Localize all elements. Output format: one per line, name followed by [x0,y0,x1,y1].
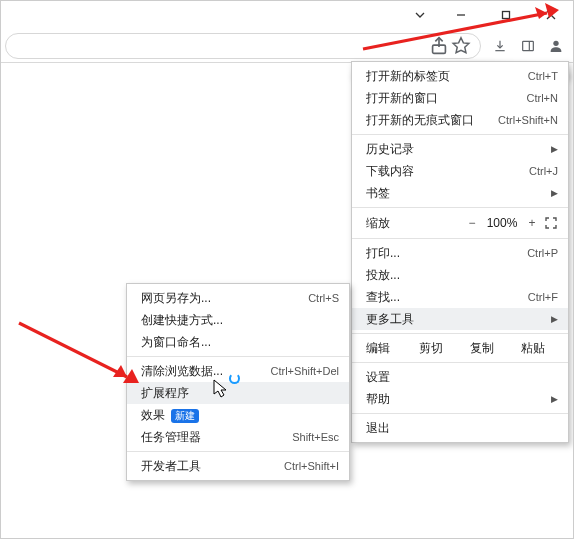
zoom-value: 100% [482,216,522,230]
menu-history[interactable]: 历史记录 ▶ [352,138,568,160]
menu-item-label: 任务管理器 [141,429,292,446]
chevron-right-icon: ▶ [551,394,558,404]
menu-item-label: 打开新的窗口 [366,90,527,107]
menu-new-incognito[interactable]: 打开新的无痕式窗口 Ctrl+Shift+N [352,109,568,131]
svg-point-3 [553,40,558,45]
menu-item-label: 下载内容 [366,163,529,180]
zoom-out-button[interactable]: − [462,216,482,230]
svg-rect-0 [502,12,509,19]
menu-more-tools[interactable]: 更多工具 ▶ [352,308,568,330]
menu-item-label: 退出 [366,420,558,437]
menu-item-label: 打开新的标签页 [366,68,528,85]
menu-item-label: 帮助 [366,391,547,408]
fullscreen-icon[interactable] [542,217,560,229]
menu-item-label: 设置 [366,369,558,386]
edit-label: 编辑 [366,340,406,357]
menu-settings[interactable]: 设置 [352,366,568,388]
menu-new-window[interactable]: 打开新的窗口 Ctrl+N [352,87,568,109]
menu-exit[interactable]: 退出 [352,417,568,439]
menu-separator [127,451,349,452]
menu-edit-row: 编辑 剪切 复制 粘贴 [352,337,568,359]
tab-dropdown-button[interactable] [402,1,438,29]
bookmark-star-icon[interactable] [450,35,472,57]
window-titlebar [1,1,573,29]
menu-item-label: 开发者工具 [141,458,284,475]
chevron-right-icon: ▶ [551,314,558,324]
menu-separator [352,413,568,414]
side-panel-icon[interactable] [515,33,541,59]
address-bar[interactable] [5,33,481,59]
menu-item-shortcut: Ctrl+Shift+I [284,460,339,472]
maximize-button[interactable] [483,1,528,29]
submenu-dev-tools[interactable]: 开发者工具 Ctrl+Shift+I [127,455,349,477]
menu-item-label: 网页另存为... [141,290,308,307]
new-badge: 新建 [171,409,199,423]
downloads-icon[interactable] [487,33,513,59]
menu-cast[interactable]: 投放... [352,264,568,286]
submenu-create-shortcut[interactable]: 创建快捷方式... [127,309,349,331]
share-icon[interactable] [428,35,450,57]
zoom-label: 缩放 [366,215,462,232]
menu-item-label: 查找... [366,289,528,306]
menu-find[interactable]: 查找... Ctrl+F [352,286,568,308]
menu-item-shortcut: Ctrl+P [527,247,558,259]
menu-bookmarks[interactable]: 书签 ▶ [352,182,568,204]
zoom-in-button[interactable]: + [522,216,542,230]
menu-item-label: 历史记录 [366,141,547,158]
menu-separator [352,362,568,363]
menu-item-shortcut: Ctrl+F [528,291,558,303]
menu-item-label: 清除浏览数据... [141,363,271,380]
menu-item-label: 投放... [366,267,558,284]
close-button[interactable] [528,1,573,29]
menu-item-shortcut: Ctrl+Shift+Del [271,365,339,377]
performance-text: 效果 [141,408,165,422]
menu-item-label: 扩展程序 [141,385,339,402]
menu-separator [127,356,349,357]
main-menu: 打开新的标签页 Ctrl+T 打开新的窗口 Ctrl+N 打开新的无痕式窗口 C… [351,61,569,443]
menu-item-label: 为窗口命名... [141,334,339,351]
menu-new-tab[interactable]: 打开新的标签页 Ctrl+T [352,65,568,87]
menu-item-label: 更多工具 [366,311,547,328]
menu-separator [352,333,568,334]
browser-toolbar [1,29,573,63]
minimize-button[interactable] [438,1,483,29]
profile-avatar-icon[interactable] [543,33,569,59]
chevron-right-icon: ▶ [551,188,558,198]
submenu-performance[interactable]: 效果新建 [127,404,349,426]
menu-item-shortcut: Ctrl+N [527,92,558,104]
menu-item-label: 效果新建 [141,407,339,424]
menu-separator [352,207,568,208]
menu-item-shortcut: Shift+Esc [292,431,339,443]
edit-copy[interactable]: 复制 [457,340,508,357]
menu-item-shortcut: Ctrl+J [529,165,558,177]
edit-cut[interactable]: 剪切 [406,340,457,357]
menu-item-shortcut: Ctrl+T [528,70,558,82]
menu-separator [352,134,568,135]
chevron-right-icon: ▶ [551,144,558,154]
submenu-clear-browsing[interactable]: 清除浏览数据... Ctrl+Shift+Del [127,360,349,382]
more-tools-submenu: 网页另存为... Ctrl+S 创建快捷方式... 为窗口命名... 清除浏览数… [126,283,350,481]
submenu-task-manager[interactable]: 任务管理器 Shift+Esc [127,426,349,448]
menu-item-label: 打印... [366,245,527,262]
menu-item-label: 书签 [366,185,547,202]
menu-item-label: 打开新的无痕式窗口 [366,112,498,129]
menu-separator [352,238,568,239]
menu-zoom-row: 缩放 − 100% + [352,211,568,235]
menu-item-shortcut: Ctrl+Shift+N [498,114,558,126]
menu-print[interactable]: 打印... Ctrl+P [352,242,568,264]
svg-rect-2 [523,41,534,50]
edit-paste[interactable]: 粘贴 [507,340,558,357]
menu-item-shortcut: Ctrl+S [308,292,339,304]
submenu-extensions[interactable]: 扩展程序 [127,382,349,404]
menu-item-label: 创建快捷方式... [141,312,339,329]
submenu-save-page[interactable]: 网页另存为... Ctrl+S [127,287,349,309]
submenu-name-window[interactable]: 为窗口命名... [127,331,349,353]
menu-help[interactable]: 帮助 ▶ [352,388,568,410]
menu-downloads[interactable]: 下载内容 Ctrl+J [352,160,568,182]
